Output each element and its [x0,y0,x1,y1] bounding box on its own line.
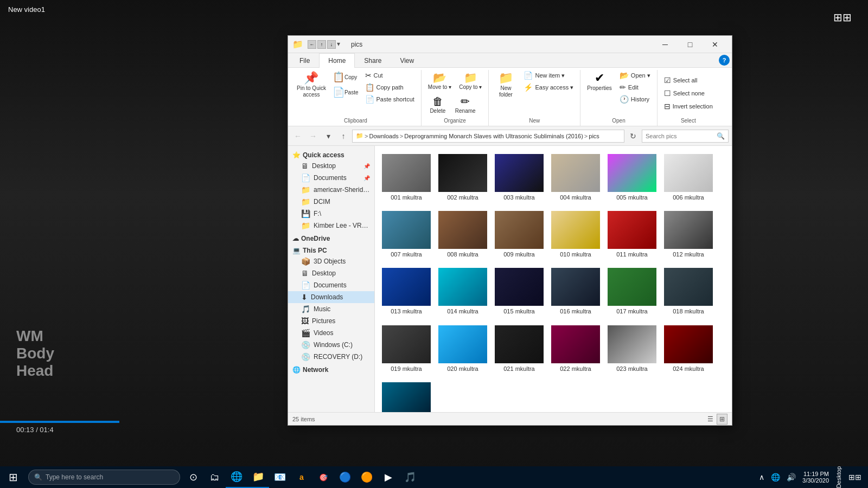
file-item-017[interactable]: 017 mkultra [605,264,659,319]
file-item-005[interactable]: 005 mkultra [605,150,659,205]
back-button[interactable]: ← [291,130,304,143]
sidebar-item-kimber[interactable]: 📁 Kimber Lee - VR Pac [288,220,374,232]
tab-home[interactable]: Home [319,53,355,68]
sidebar-item-recovery-d[interactable]: 💿 RECOVERY (D:) [288,351,374,363]
start-button[interactable]: ⊞ [0,466,26,488]
move-to-button[interactable]: 📂 Move to ▾ [425,70,455,93]
open-button[interactable]: 📂Open ▾ [616,70,654,81]
taskbar-search-input[interactable] [46,473,174,481]
list-view-button[interactable]: ☰ [705,414,716,425]
copy-to-button[interactable]: 📁 Copy to ▾ [456,70,485,93]
sidebar-item-music[interactable]: 🎵 Music [288,303,374,315]
copy-path-button[interactable]: 📋Copy path [362,82,418,93]
taskbar-search-box[interactable]: 🔍 [28,470,180,485]
file-item-007[interactable]: 007 mkultra [379,207,433,262]
taskbar-cortana[interactable]: ⊙ [182,466,204,488]
tab-share[interactable]: Share [355,53,391,68]
help-button[interactable]: ? [719,55,730,66]
file-item-015[interactable]: 015 mkultra [492,264,546,319]
file-item-003[interactable]: 003 mkultra [492,150,546,205]
sidebar-item-desktop-qa[interactable]: 🖥 Desktop 📌 [288,160,374,172]
file-item-021[interactable]: 021 mkultra [492,322,546,376]
history-button[interactable]: 🕐History [616,94,654,105]
quick-access-header[interactable]: ⭐ Quick access [288,148,374,160]
paste-shortcut-button[interactable]: 📄Paste shortcut [362,94,418,105]
refresh-button[interactable]: ↻ [627,130,640,143]
file-item-009[interactable]: 009 mkultra [492,207,546,262]
file-item-024[interactable]: 024 mkultra [661,322,716,376]
video-progress[interactable] [0,421,119,423]
copy-button[interactable]: 📋 Copy [330,70,361,84]
redo-btn-toolbar[interactable]: ↓ [327,40,336,49]
taskbar-app1[interactable]: 🔵 [334,466,356,488]
delete-button[interactable]: 🗑 Delete [425,94,451,117]
sidebar-item-desktop-pc[interactable]: 🖥 Desktop [288,267,374,279]
sidebar-item-downloads[interactable]: ⬇ Downloads [288,291,374,303]
tray-desktop[interactable]: Desktop [833,466,844,488]
taskbar-tripadvisor[interactable]: 🎯 [312,466,334,488]
onedrive-header[interactable]: ☁ OneDrive [288,232,374,243]
taskbar-media[interactable]: ▶ [378,466,399,488]
up-button[interactable]: ↑ [337,130,350,143]
file-item-013[interactable]: 013 mkultra [379,264,433,319]
thispc-header[interactable]: 💻 This PC [288,243,374,255]
new-item-button[interactable]: 📄New item ▾ [520,70,577,81]
back-btn-toolbar[interactable]: ← [308,40,316,49]
thumbnail-view-button[interactable]: ⊞ [717,414,727,425]
recent-button[interactable]: ▾ [322,130,335,143]
tray-datetime[interactable]: 11:19 PM 3/30/2020 [800,466,831,488]
cut-button[interactable]: ✂Cut [362,70,418,81]
tray-grid[interactable]: ⊞⊞ [846,473,864,481]
invert-selection-button[interactable]: ⊟Invert selection [661,101,716,112]
sidebar-item-documents-qa[interactable]: 📄 Documents 📌 [288,172,374,184]
sidebar-item-windows-c[interactable]: 💿 Windows (C:) [288,339,374,351]
tab-view[interactable]: View [391,53,423,68]
sidebar-item-dcim[interactable]: 📁 DCIM [288,196,374,208]
taskbar-mail[interactable]: 📧 [269,466,291,488]
forward-button[interactable]: → [307,130,320,143]
search-input[interactable] [646,133,714,139]
sidebar-item-videos[interactable]: 🎬 Videos [288,327,374,339]
taskbar-amazon[interactable]: a [291,466,312,488]
file-item-002[interactable]: 002 mkultra [436,150,490,205]
tab-file[interactable]: File [290,53,319,68]
taskbar-edge[interactable]: 🌐 [226,466,247,488]
file-item-022[interactable]: 022 mkultra [548,322,603,376]
tray-chevron[interactable]: ∧ [757,466,767,488]
file-item-012[interactable]: 012 mkultra [661,207,716,262]
pin-to-quickaccess-button[interactable]: 📌 Pin to Quickaccess [293,70,329,100]
maximize-button[interactable]: □ [678,36,703,53]
file-item-019[interactable]: 019 mkultra [379,322,433,376]
easy-access-button[interactable]: ⚡Easy access ▾ [520,82,577,93]
customize-toolbar[interactable]: ▾ [337,40,346,49]
select-none-button[interactable]: ☐Select none [661,88,708,99]
close-button[interactable]: ✕ [703,36,727,53]
network-header[interactable]: 🌐 Network [288,363,374,375]
sidebar-item-fcolon[interactable]: 💾 F:\ [288,208,374,220]
edit-button[interactable]: ✏Edit [616,82,654,93]
sidebar-item-americavr[interactable]: 📁 americavr-Sheridan. [288,184,374,196]
tray-network[interactable]: 🌐 [769,466,782,488]
rename-button[interactable]: ✏ Rename [452,94,479,117]
taskbar-taskview[interactable]: 🗂 [204,466,226,488]
taskbar-explorer[interactable]: 📁 [247,466,269,488]
sidebar-item-documents-pc[interactable]: 📄 Documents [288,279,374,291]
file-item-014[interactable]: 014 mkultra [436,264,490,319]
taskbar-music[interactable]: 🎵 [399,466,421,488]
file-item-023[interactable]: 023 mkultra [605,322,659,376]
file-item-010[interactable]: 010 mkultra [548,207,603,262]
sidebar-item-3dobjects[interactable]: 📦 3D Objects [288,255,374,267]
file-item-001[interactable]: 001 mkultra [379,150,433,205]
paste-button[interactable]: 📄 Paste [330,85,361,99]
tray-volume[interactable]: 🔊 [784,466,798,488]
select-all-button[interactable]: ☑Select all [661,75,701,86]
up-btn-toolbar[interactable]: ↑ [317,40,326,49]
minimize-button[interactable]: ─ [653,36,678,53]
file-item-025[interactable]: 025 mkultra [379,378,433,412]
file-item-020[interactable]: 020 mkultra [436,322,490,376]
file-item-016[interactable]: 016 mkultra [548,264,603,319]
file-item-011[interactable]: 011 mkultra [605,207,659,262]
file-item-008[interactable]: 008 mkultra [436,207,490,262]
sidebar-item-pictures[interactable]: 🖼 Pictures [288,315,374,327]
properties-button[interactable]: ✔ Properties [584,70,615,94]
